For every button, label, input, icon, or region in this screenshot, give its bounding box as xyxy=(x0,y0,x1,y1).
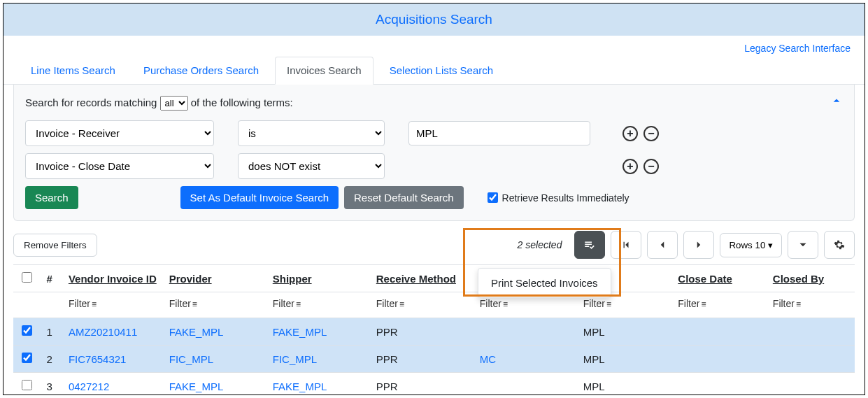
closed-by-cell xyxy=(767,318,855,346)
row-number: 1 xyxy=(41,318,63,346)
table-row: 1AMZ20210411FAKE_MPLFAKE_MPLPPRMPL xyxy=(13,318,855,346)
close-date-cell xyxy=(672,373,767,396)
tab-selection-lists[interactable]: Selection Lists Search xyxy=(378,57,505,84)
filter-icon: ≡ xyxy=(796,299,801,309)
selected-count-label: 2 selected xyxy=(518,239,569,250)
rows-per-page-label: Rows 10 xyxy=(729,240,765,250)
filter-field-select-1[interactable]: Invoice - Receiver xyxy=(25,120,214,146)
expand-button[interactable] xyxy=(788,231,818,259)
receiver-cell: MPL xyxy=(578,318,673,346)
retrieve-immediately-checkbox[interactable] xyxy=(488,192,498,203)
table-row: 2FIC7654321FIC_MPLFIC_MPLPPRMCMPL xyxy=(13,346,855,373)
prev-page-button[interactable] xyxy=(647,231,678,259)
receiver-cell: MPL xyxy=(578,346,673,373)
filter-shipper[interactable]: Filter≡ xyxy=(267,292,371,318)
provider-link[interactable]: FIC_MPL xyxy=(169,353,213,365)
filter-icon: ≡ xyxy=(399,299,404,309)
set-default-button[interactable]: Set As Default Invoice Search xyxy=(180,186,339,209)
closed-by-cell xyxy=(767,346,855,373)
col-shipper[interactable]: Shipper xyxy=(267,265,371,292)
legacy-search-link[interactable]: Legacy Search Interface xyxy=(744,43,851,54)
actions-menu-button[interactable] xyxy=(574,231,605,259)
receive-method-cell: PPR xyxy=(371,373,474,396)
col-vendor-invoice-id[interactable]: Vendor Invoice ID xyxy=(63,265,164,292)
gear-icon xyxy=(834,239,845,250)
playlist-check-icon xyxy=(583,239,596,251)
reset-default-button[interactable]: Reset Default Search xyxy=(344,186,464,209)
filter-provider[interactable]: Filter≡ xyxy=(164,292,267,318)
remove-filters-button[interactable]: Remove Filters xyxy=(13,234,97,257)
add-row-icon[interactable]: + xyxy=(622,126,638,141)
settings-button[interactable] xyxy=(824,231,855,259)
row-checkbox[interactable] xyxy=(22,353,32,363)
filter-icon: ≡ xyxy=(503,299,508,309)
collapse-toggle-icon[interactable] xyxy=(832,96,841,108)
shipper-link[interactable]: FAKE_MPL xyxy=(273,326,327,338)
print-selected-invoices-menu-item[interactable]: Print Selected Invoices xyxy=(478,268,611,298)
row-number: 3 xyxy=(41,373,63,396)
filter-vendor[interactable]: Filter≡ xyxy=(63,292,164,318)
tab-purchase-orders[interactable]: Purchase Orders Search xyxy=(131,57,271,84)
col-receive-method[interactable]: Receive Method xyxy=(371,265,474,292)
next-page-button[interactable] xyxy=(683,231,714,259)
filter-icon: ≡ xyxy=(92,299,97,309)
filter-receive-method[interactable]: Filter≡ xyxy=(371,292,474,318)
retrieve-immediately-label: Retrieve Results Immediately xyxy=(502,192,629,204)
filter-row-2: Invoice - Close Date does NOT exist + − xyxy=(25,153,843,179)
filter-icon: ≡ xyxy=(701,299,706,309)
match-type-select[interactable]: all xyxy=(160,96,188,111)
shipper-link[interactable]: FAKE_MPL xyxy=(273,381,327,392)
receiver-cell: MPL xyxy=(578,373,673,396)
close-date-cell xyxy=(672,346,767,373)
col-closed-by[interactable]: Closed By xyxy=(767,265,855,292)
chevron-right-icon xyxy=(695,241,703,249)
results-table: # Vendor Invoice ID Provider Shipper Rec… xyxy=(13,264,855,395)
tab-invoices[interactable]: Invoices Search xyxy=(275,57,373,85)
vendor-invoice-link[interactable]: AMZ20210411 xyxy=(69,326,137,338)
tab-line-items[interactable]: Line Items Search xyxy=(19,57,127,84)
results-toolbar: Remove Filters 2 selected Rows 10 ▾ xyxy=(3,221,865,264)
rows-per-page-button[interactable]: Rows 10 ▾ xyxy=(720,233,782,257)
closed-by-cell xyxy=(767,373,855,396)
match-prefix-label: Search for records matching xyxy=(25,97,157,108)
receive-method-cell: PPR xyxy=(371,318,474,346)
caret-down-icon: ▾ xyxy=(768,240,773,250)
provider-link[interactable]: FAKE_MPL xyxy=(169,381,224,392)
filter-op-select-1[interactable]: is xyxy=(238,120,385,146)
filter-icon: ≡ xyxy=(606,299,611,309)
filter-icon: ≡ xyxy=(296,299,301,309)
vendor-invoice-link[interactable]: 0427212 xyxy=(69,381,109,392)
first-page-button[interactable] xyxy=(611,231,641,259)
select-all-checkbox[interactable] xyxy=(22,272,32,283)
search-panel: Search for records matching all of the f… xyxy=(13,85,855,221)
search-button[interactable]: Search xyxy=(25,186,78,209)
remove-row-icon[interactable]: − xyxy=(643,159,659,174)
filter-field-select-2[interactable]: Invoice - Close Date xyxy=(25,153,214,179)
chevron-down-icon xyxy=(799,241,807,249)
row-checkbox[interactable] xyxy=(22,380,32,390)
chevron-left-icon xyxy=(658,241,667,249)
page-header-title: Acquisitions Search xyxy=(3,3,865,36)
vendor-invoice-link[interactable]: FIC7654321 xyxy=(69,353,127,365)
provider-link[interactable]: FAKE_MPL xyxy=(169,326,224,338)
shipper-link[interactable]: FIC_MPL xyxy=(273,353,317,365)
col-provider[interactable]: Provider xyxy=(164,265,267,292)
match-suffix-label: of the following terms: xyxy=(191,97,293,108)
close-date-cell xyxy=(672,318,767,346)
remove-row-icon[interactable]: − xyxy=(643,126,659,141)
filter-closed-by[interactable]: Filter≡ xyxy=(767,292,855,318)
filter-row-1: Invoice - Receiver is + − xyxy=(25,120,843,146)
table-row: 30427212FAKE_MPLFAKE_MPLPPRMPL xyxy=(13,373,855,396)
filter-value-input-1[interactable] xyxy=(408,121,590,145)
row-number: 2 xyxy=(41,346,63,373)
receive-method-cell: PPR xyxy=(371,346,474,373)
col-row-number: # xyxy=(41,265,63,292)
payment-link[interactable]: MC xyxy=(480,353,496,365)
filter-icon: ≡ xyxy=(192,299,197,309)
filter-close-date[interactable]: Filter≡ xyxy=(672,292,767,318)
col-close-date[interactable]: Close Date xyxy=(672,265,767,292)
row-checkbox[interactable] xyxy=(22,325,32,336)
tab-bar: Line Items Search Purchase Orders Search… xyxy=(3,57,865,85)
filter-op-select-2[interactable]: does NOT exist xyxy=(238,153,385,179)
add-row-icon[interactable]: + xyxy=(622,159,638,174)
